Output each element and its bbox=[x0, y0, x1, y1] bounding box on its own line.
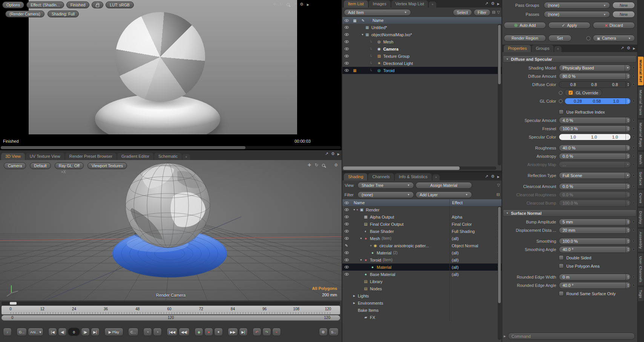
viewport-textures-button[interactable]: Viewport Textures bbox=[87, 162, 127, 169]
shader-row-material[interactable]: ●Material(2)(all)▼ bbox=[342, 249, 501, 256]
eye-column-icon[interactable] bbox=[345, 202, 349, 204]
roughness-field[interactable]: 40.0 % bbox=[559, 145, 631, 151]
visibility-eye-icon[interactable] bbox=[342, 259, 351, 261]
shader-row-bake-items[interactable]: Bake Items bbox=[342, 307, 501, 314]
3d-viewport[interactable]: CameraDefaultRay GL: OffViewport Texture… bbox=[0, 160, 342, 300]
envelope-toggle[interactable] bbox=[586, 36, 590, 40]
clearcoat-bump-field[interactable]: 100.0 % bbox=[559, 200, 631, 206]
gear-icon[interactable] bbox=[491, 2, 495, 6]
expand-panel-icon[interactable] bbox=[325, 152, 328, 156]
gl-override-checkbox[interactable]: ✓ bbox=[568, 90, 573, 95]
expander-icon[interactable]: ▼ bbox=[359, 237, 363, 240]
round-same-surface-only-checkbox[interactable] bbox=[559, 291, 564, 296]
pass-groups-new-button[interactable]: New bbox=[612, 2, 635, 9]
envelope-dot[interactable] bbox=[632, 119, 635, 122]
section-surface-normal[interactable]: ▼Surface Normal bbox=[503, 210, 636, 217]
visibility-eye-icon[interactable] bbox=[342, 48, 351, 50]
gear-icon[interactable] bbox=[491, 174, 495, 179]
visibility-eye-icon[interactable] bbox=[342, 208, 351, 211]
diffuse-amount-field[interactable]: 80.0 % bbox=[559, 73, 631, 80]
side-tab-assembly[interactable]: Assembly bbox=[638, 229, 644, 252]
clearcoat-amount-field[interactable]: 0.0 % bbox=[559, 183, 631, 190]
envelope-dot[interactable] bbox=[632, 100, 635, 102]
mini-slider-icon[interactable] bbox=[626, 219, 630, 225]
tab-schematic[interactable]: Schematic bbox=[154, 153, 182, 160]
prev-key-button[interactable]: |◀◀ bbox=[167, 328, 178, 336]
use-polygon-area-checkbox[interactable] bbox=[559, 263, 564, 268]
clearcoat-roughness-field[interactable]: 0.0 % bbox=[559, 191, 631, 198]
shader-vertical-scrollbar[interactable] bbox=[498, 206, 501, 340]
lock-button[interactable] bbox=[92, 2, 103, 8]
gear-icon[interactable] bbox=[627, 46, 630, 50]
smoothing-angle-field[interactable]: 40.0 ° bbox=[559, 246, 631, 253]
envelope-dot[interactable] bbox=[632, 248, 635, 251]
expand-panel-icon[interactable] bbox=[485, 2, 488, 6]
brush-icon[interactable]: ✎ bbox=[342, 243, 351, 248]
passes-new-button[interactable]: New bbox=[612, 11, 635, 18]
side-tab-surface[interactable]: Surface bbox=[638, 169, 644, 188]
visibility-eye-icon[interactable] bbox=[342, 266, 351, 268]
pass-groups-dropdown[interactable]: (none) ▼ bbox=[544, 2, 610, 9]
tab-shading[interactable]: Shading bbox=[344, 173, 367, 180]
item-row-objectnormalmap-lxo[interactable]: ▼▦objectNormalMap.lxo* bbox=[342, 31, 501, 38]
region-camera-dropdown[interactable]: Camera ▼ bbox=[593, 35, 635, 42]
render-camera-button[interactable]: (Render Camera) bbox=[5, 11, 44, 17]
default-shading-button[interactable]: Default bbox=[30, 162, 51, 169]
shader-row-circular-anisotropic-patter[interactable]: ✎+◉circular anisotropic patter...Object … bbox=[342, 242, 501, 249]
effect-cell[interactable]: Final Color▼ bbox=[449, 220, 501, 228]
finished-button[interactable]: Finished bbox=[66, 2, 90, 8]
mini-slider-icon[interactable] bbox=[626, 134, 630, 140]
visibility-eye-icon[interactable] bbox=[342, 230, 351, 233]
side-tab-material-ref[interactable]: Material Ref bbox=[638, 57, 644, 85]
expander-icon[interactable]: ▼ bbox=[352, 208, 356, 211]
timeline-range-bar[interactable]: 0 120 120 bbox=[2, 315, 340, 320]
effect-cell[interactable]: Alpha▼ bbox=[449, 213, 501, 220]
options-button[interactable]: Options bbox=[2, 2, 24, 8]
render-scrollbar-handle[interactable] bbox=[1, 146, 245, 149]
actor-button[interactable]: ✦ bbox=[214, 328, 223, 336]
mini-slider-icon[interactable] bbox=[626, 192, 630, 198]
effect-cell[interactable]: (all)▼ bbox=[449, 271, 501, 278]
auto-add-button[interactable]: Auto Add bbox=[504, 22, 546, 29]
shader-row-render[interactable]: ▼+▣Render bbox=[342, 206, 501, 213]
add-key-button[interactable]: ◆ bbox=[195, 328, 203, 336]
redo-key-button[interactable]: ↷ bbox=[262, 328, 271, 336]
envelope-dot[interactable] bbox=[632, 66, 635, 69]
zoom-icon[interactable] bbox=[287, 3, 290, 6]
play-button[interactable]: ▶ Play bbox=[104, 328, 123, 336]
effect-cell[interactable]: (all)▼ bbox=[449, 235, 501, 242]
timeline-ruler[interactable]: 01224364860728496108120 bbox=[2, 306, 340, 314]
tab-tab[interactable]: + bbox=[429, 2, 436, 8]
shader-row-environments[interactable]: ▶Environments bbox=[342, 299, 501, 307]
side-tab-user-channels[interactable]: User Channels bbox=[638, 253, 644, 285]
diffuse-color-swatch[interactable]: 0.80.80.8 bbox=[559, 81, 631, 88]
envelope-dot[interactable] bbox=[632, 127, 635, 130]
undo-key-button[interactable]: ↶ bbox=[253, 328, 261, 336]
expand-panel-icon[interactable] bbox=[293, 2, 296, 6]
envelope-dot[interactable] bbox=[632, 136, 635, 138]
expander-icon[interactable]: ▶ bbox=[352, 302, 356, 305]
item-row-directional-light[interactable]: └☀Directional Light bbox=[342, 60, 501, 67]
visibility-eye-icon[interactable] bbox=[342, 62, 351, 65]
panel-arrow-icon[interactable] bbox=[497, 2, 500, 6]
shader-row-base-shader[interactable]: ◐Base ShaderFull Shading▼ bbox=[342, 228, 501, 235]
mini-slider-icon[interactable] bbox=[626, 227, 630, 233]
use-refractive-index-checkbox[interactable] bbox=[559, 109, 564, 114]
camera-mode-button[interactable]: Camera bbox=[4, 162, 26, 169]
orbit-icon[interactable] bbox=[315, 163, 318, 167]
anisotropy-field[interactable]: 0.0 % bbox=[559, 153, 631, 160]
gear-icon[interactable] bbox=[334, 163, 338, 167]
side-tab-curve[interactable]: Curve bbox=[638, 190, 644, 206]
shader-row-material[interactable]: ●Material(all)▼ bbox=[342, 263, 501, 271]
mini-slider-icon[interactable] bbox=[626, 200, 630, 206]
envelope-dot[interactable] bbox=[632, 229, 635, 231]
tab-render-preset-browser[interactable]: Render Preset Browser bbox=[65, 153, 117, 160]
rounded-edge-width-field[interactable]: 0 m bbox=[559, 274, 631, 280]
side-tab-mesh[interactable]: Mesh bbox=[638, 152, 644, 167]
filter-funnel-icon[interactable] bbox=[497, 10, 500, 14]
list-mode-icon[interactable] bbox=[492, 10, 495, 14]
scrollbar-handle[interactable] bbox=[498, 25, 501, 84]
key-mode-toggle[interactable]: ◔ bbox=[153, 328, 162, 336]
autokey-toggle[interactable]: ◔ bbox=[143, 328, 152, 336]
visibility-eye-icon[interactable] bbox=[342, 33, 351, 36]
